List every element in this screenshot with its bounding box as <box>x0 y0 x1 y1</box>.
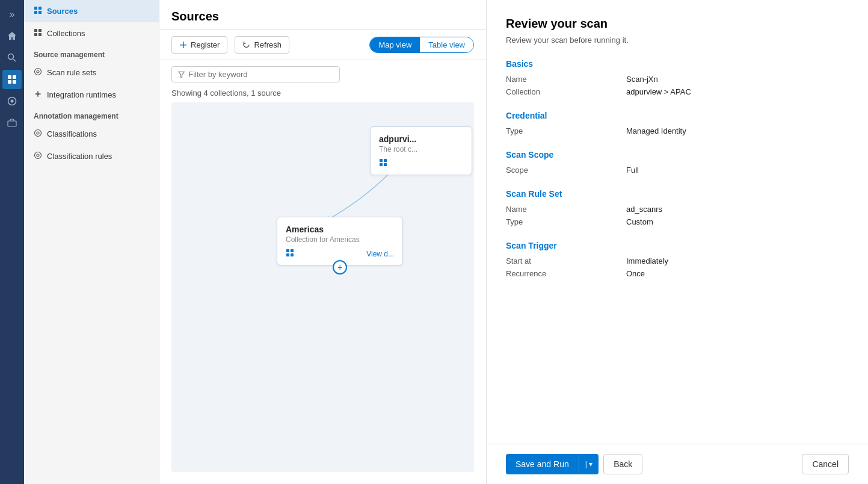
classification-rules-icon <box>34 151 42 161</box>
review-section-scan-scope: Scan Scope Scope Full <box>506 150 849 175</box>
insights-icon[interactable] <box>2 92 22 111</box>
sidebar-item-sources-label: Sources <box>47 7 78 16</box>
credential-type-value: Managed Identity <box>626 126 686 135</box>
view-toggle: Map view Table view <box>369 37 474 53</box>
svg-marker-26 <box>179 72 184 77</box>
save-and-run-label: Save and Run <box>506 454 579 474</box>
svg-rect-15 <box>34 33 37 36</box>
svg-rect-25 <box>180 45 186 46</box>
svg-point-18 <box>37 70 39 73</box>
scan-scope-value: Full <box>626 166 639 175</box>
register-button[interactable]: Register <box>171 36 227 54</box>
review-section-basics: Basics Name Scan-jXn Collection adpurvie… <box>506 59 849 96</box>
table-view-button[interactable]: Table view <box>420 37 473 52</box>
svg-point-20 <box>35 130 42 137</box>
home-icon[interactable] <box>2 26 22 46</box>
svg-rect-5 <box>13 80 16 84</box>
basics-section-title: Basics <box>506 59 849 69</box>
sources-area: Sources Register Refresh Map view Table … <box>159 0 486 484</box>
refresh-button[interactable]: Refresh <box>235 36 289 54</box>
americas-add-button[interactable]: + <box>333 260 347 275</box>
adpurview-card: adpurvi... The root c... <box>370 126 472 175</box>
svg-rect-10 <box>38 7 42 10</box>
register-label: Register <box>191 40 220 49</box>
scan-rule-set-type-label: Type <box>506 217 626 226</box>
scan-rule-set-type-row: Type Custom <box>506 217 849 226</box>
filter-input-container <box>171 66 340 82</box>
review-panel-content: Review your scan Review your scan before… <box>487 0 868 444</box>
showing-text: Showing 4 collections, 1 source <box>159 88 486 102</box>
review-section-credential: Credential Type Managed Identity <box>506 111 849 135</box>
svg-rect-3 <box>13 75 16 79</box>
svg-rect-2 <box>8 75 11 79</box>
cancel-button[interactable]: Cancel <box>802 454 849 474</box>
sidebar-item-integration-runtimes[interactable]: Integration runtimes <box>24 84 159 106</box>
sidebar-classifications-label: Classifications <box>47 129 97 138</box>
filter-bar <box>159 60 486 88</box>
scan-trigger-recurrence-row: Recurrence Once <box>506 269 849 278</box>
svg-rect-28 <box>384 159 387 162</box>
sources-page-title: Sources <box>171 10 474 23</box>
sidebar-item-scan-rule-sets[interactable]: Scan rule sets <box>24 61 159 84</box>
scan-scope-section-title: Scan Scope <box>506 150 849 160</box>
filter-keyword-input[interactable] <box>188 70 333 79</box>
sidebar-item-collections[interactable]: Collections <box>24 22 159 45</box>
svg-rect-13 <box>34 29 37 32</box>
data-catalog-icon[interactable] <box>2 70 22 89</box>
source-management-header: Source management <box>24 45 159 61</box>
review-panel-subtitle: Review your scan before running it. <box>506 36 849 45</box>
sidebar-item-sources[interactable]: Sources <box>24 0 159 22</box>
svg-point-21 <box>37 132 39 134</box>
scan-rule-set-name-label: Name <box>506 205 626 214</box>
scan-rule-set-name-value: ad_scanrs <box>626 205 662 214</box>
main-content: Sources Register Refresh Map view Table … <box>159 0 486 484</box>
americas-card-subtitle: Collection for Americas <box>286 235 394 244</box>
svg-point-22 <box>35 152 42 159</box>
scan-scope-row: Scope Full <box>506 166 849 175</box>
integration-icon <box>34 90 42 100</box>
americas-view-link[interactable]: View d... <box>366 250 394 258</box>
classifications-icon <box>34 129 42 139</box>
review-section-scan-rule-set: Scan Rule Set Name ad_scanrs Type Custom <box>506 189 849 226</box>
adpurview-card-subtitle: The root c... <box>379 145 463 154</box>
adpurview-card-title: adpurvi... <box>379 134 463 144</box>
filter-icon <box>178 71 185 78</box>
svg-point-17 <box>35 69 42 75</box>
refresh-label: Refresh <box>254 40 282 49</box>
credential-type-row: Type Managed Identity <box>506 126 849 135</box>
svg-point-0 <box>8 54 14 60</box>
sources-header: Sources <box>159 0 486 30</box>
credential-section-title: Credential <box>506 111 849 120</box>
credential-type-label: Type <box>506 126 626 135</box>
sidebar: Sources Collections Source management Sc… <box>24 0 159 484</box>
svg-rect-16 <box>38 33 42 36</box>
collections-icon <box>34 28 42 39</box>
svg-rect-27 <box>380 159 383 162</box>
svg-rect-34 <box>291 253 294 256</box>
back-button[interactable]: Back <box>603 454 642 474</box>
search-icon[interactable] <box>2 48 22 67</box>
expand-icon[interactable]: » <box>2 5 22 24</box>
save-and-run-dropdown-icon[interactable]: | ▾ <box>579 455 599 474</box>
svg-rect-9 <box>34 7 37 10</box>
svg-rect-32 <box>291 249 294 252</box>
sidebar-item-classifications[interactable]: Classifications <box>24 123 159 145</box>
svg-point-7 <box>11 100 14 103</box>
map-view-button[interactable]: Map view <box>370 37 420 52</box>
sidebar-item-classification-rules[interactable]: Classification rules <box>24 145 159 167</box>
basics-name-label: Name <box>506 75 626 84</box>
basics-collection-label: Collection <box>506 87 626 96</box>
scan-rule-set-name-row: Name ad_scanrs <box>506 205 849 214</box>
map-canvas[interactable]: adpurvi... The root c... Americas Collec… <box>171 102 474 472</box>
sources-icon <box>34 6 42 16</box>
briefcase-icon[interactable] <box>2 113 22 132</box>
sidebar-scan-rule-sets-label: Scan rule sets <box>47 68 96 77</box>
review-panel: Review your scan Review your scan before… <box>486 0 868 484</box>
review-panel-title: Review your scan <box>506 17 849 31</box>
svg-rect-4 <box>8 80 11 84</box>
save-and-run-button[interactable]: Save and Run | ▾ <box>506 454 599 474</box>
basics-name-value: Scan-jXn <box>626 75 658 84</box>
svg-point-23 <box>37 154 39 157</box>
scan-scope-label: Scope <box>506 166 626 175</box>
svg-rect-33 <box>286 253 289 256</box>
